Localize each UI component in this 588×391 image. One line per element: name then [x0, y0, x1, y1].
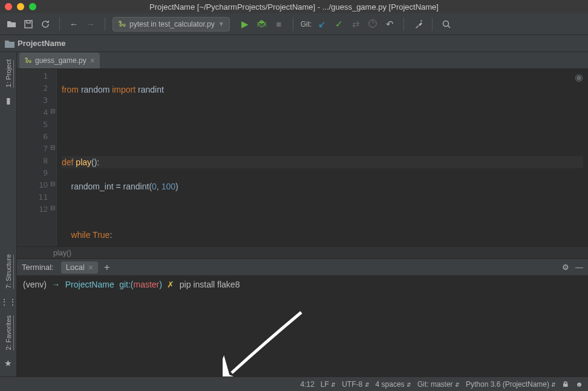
git-commit-icon[interactable]: ✓: [332, 18, 345, 31]
terminal-header: Terminal: Local × + ⚙ —: [17, 259, 588, 276]
line-number: 2: [17, 84, 56, 96]
add-terminal-tab-icon[interactable]: +: [104, 262, 109, 273]
line-number: 8: [17, 156, 56, 168]
status-hector-icon[interactable]: ☻: [575, 380, 583, 389]
left-sidebar: 1: Project ▮ 7: Structure ⋮⋮ 2: Favorite…: [0, 52, 17, 376]
refresh-icon[interactable]: [39, 18, 52, 31]
close-terminal-tab-icon[interactable]: ×: [88, 263, 93, 272]
terminal-body[interactable]: (venv) → ProjectName git:(master) ✗ pip …: [17, 276, 588, 376]
editor-tabs: 🐍︎ guess_game.py ×: [17, 52, 588, 69]
favorites-icon[interactable]: ★: [4, 358, 12, 368]
main-toolbar: ← → 🐍︎ pytest in test_calculator.py ▼ ▶ …: [0, 13, 588, 35]
status-indent[interactable]: 4 spaces ⇵: [376, 380, 411, 389]
line-number: 4⊟: [17, 108, 56, 120]
sidebar-structure[interactable]: 7: Structure: [5, 254, 12, 289]
debug-icon[interactable]: 🐞︎: [255, 18, 269, 31]
run-configuration-selector[interactable]: 🐍︎ pytest in test_calculator.py ▼: [113, 17, 230, 31]
fold-icon[interactable]: ⊟: [50, 205, 55, 211]
save-icon[interactable]: [22, 18, 35, 31]
breadcrumb-project: ProjectName: [18, 39, 65, 48]
git-update-icon[interactable]: ↙: [315, 18, 328, 31]
close-window-button[interactable]: [5, 3, 12, 10]
run-icon[interactable]: ▶: [238, 18, 252, 31]
status-git[interactable]: Git: master ⇵: [417, 380, 460, 389]
line-number: 10⊟: [17, 180, 56, 192]
terminal-panel: Terminal: Local × + ⚙ — (venv) → Project…: [17, 258, 588, 376]
editor-gutter: 1 2 3 4⊟ 5 6 7⊟ 8 9 10⊟ 11 12⊟: [17, 69, 57, 246]
line-number: 1: [17, 71, 56, 84]
terminal-tab-local[interactable]: Local ×: [61, 261, 98, 274]
inspections-icon[interactable]: ◉: [575, 71, 583, 83]
breadcrumb-function: play(): [53, 249, 71, 257]
status-interpreter[interactable]: Python 3.6 (ProjectName) ⇵: [466, 380, 556, 389]
editor-tab-label: guess_game.py: [35, 56, 87, 65]
open-icon[interactable]: [5, 18, 18, 31]
folder-icon: [5, 39, 15, 48]
line-number: 5: [17, 120, 56, 132]
status-lock-icon[interactable]: 🔒︎: [562, 380, 569, 389]
svg-point-1: [443, 21, 449, 26]
project-view-icon[interactable]: ▮: [6, 96, 11, 105]
breadcrumb-root[interactable]: ProjectName: [5, 39, 65, 48]
code-breadcrumb[interactable]: play(): [17, 246, 588, 258]
forward-icon[interactable]: →: [84, 18, 97, 31]
fold-icon[interactable]: ⊟: [50, 108, 55, 114]
run-config-label: pytest in test_calculator.py: [129, 20, 215, 28]
status-encoding[interactable]: UTF-8 ⇵: [342, 380, 369, 389]
structure-icon[interactable]: ⋮⋮: [0, 297, 17, 307]
close-tab-icon[interactable]: ×: [90, 56, 95, 65]
minimize-window-button[interactable]: [17, 3, 24, 10]
line-number: 9: [17, 168, 56, 180]
maximize-window-button[interactable]: [29, 3, 36, 10]
fold-icon[interactable]: ⊟: [50, 144, 55, 151]
sidebar-project[interactable]: 1: Project: [5, 59, 12, 87]
window-title: ProjectName [~/PycharmProjects/ProjectNa…: [149, 2, 439, 12]
git-compare-icon[interactable]: ⇄: [349, 18, 362, 31]
line-number: 6: [17, 132, 56, 144]
status-line: 4:12 LF ⇵ UTF-8 ⇵ 4 spaces ⇵ Git: master…: [0, 376, 588, 391]
fold-icon[interactable]: ⊟: [50, 180, 55, 187]
editor-body[interactable]: 1 2 3 4⊟ 5 6 7⊟ 8 9 10⊟ 11 12⊟ from rand…: [17, 69, 588, 246]
code-area[interactable]: from random import randint def play(): r…: [57, 69, 588, 246]
status-position[interactable]: 4:12: [300, 380, 314, 389]
line-number: 3: [17, 96, 56, 108]
git-history-icon[interactable]: 🕑︎: [366, 18, 379, 31]
chevron-down-icon: ▼: [218, 21, 224, 27]
line-number: 12⊟: [17, 205, 56, 217]
terminal-settings-icon[interactable]: ⚙: [562, 263, 569, 272]
python-file-icon: 🐍︎: [24, 56, 31, 65]
git-label: Git:: [301, 20, 312, 28]
terminal-tab-label: Local: [66, 263, 85, 272]
sidebar-favorites[interactable]: 2: Favorites: [5, 315, 12, 350]
editor-area: 🐍︎ guess_game.py × 1 2 3 4⊟ 5 6 7⊟ 8 9 1…: [17, 52, 588, 376]
line-number: 11: [17, 192, 56, 205]
hide-terminal-icon[interactable]: —: [575, 263, 583, 272]
main-area: 1: Project ▮ 7: Structure ⋮⋮ 2: Favorite…: [0, 52, 588, 376]
line-number: 7⊟: [17, 144, 56, 156]
terminal-title: Terminal:: [22, 263, 54, 272]
navigation-bar: ProjectName: [0, 35, 588, 52]
python-icon: 🐍︎: [118, 19, 126, 28]
titlebar: ProjectName [~/PycharmProjects/ProjectNa…: [0, 0, 588, 13]
settings-icon[interactable]: [411, 18, 425, 31]
window-controls: [5, 3, 36, 10]
svg-rect-0: [25, 21, 32, 28]
search-icon[interactable]: [440, 18, 453, 31]
git-revert-icon[interactable]: ↶: [383, 18, 396, 31]
annotation-arrow: [223, 306, 307, 379]
back-icon[interactable]: ←: [67, 18, 80, 31]
status-line-separator[interactable]: LF ⇵: [321, 380, 336, 389]
editor-tab-guess-game[interactable]: 🐍︎ guess_game.py ×: [19, 53, 100, 68]
stop-icon[interactable]: ■: [272, 18, 286, 31]
